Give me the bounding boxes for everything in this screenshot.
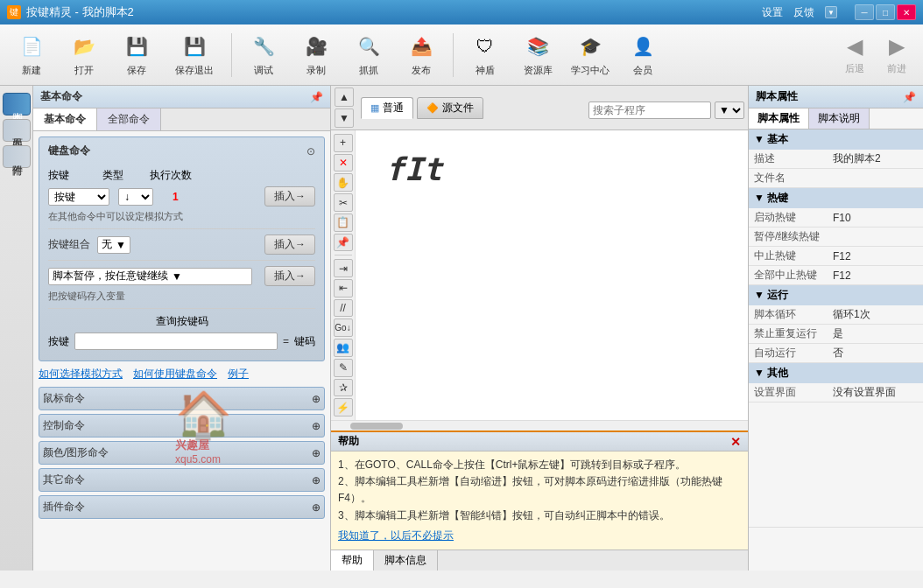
editor-tabs: ▲ ▼ ▦ 普通 🔶 源文件 ▼ [331,86,748,130]
help-dismiss-link[interactable]: 我知道了，以后不必提示 [338,529,454,542]
edit2-button[interactable]: ✎ [334,359,353,377]
shield-button[interactable]: 🛡 神盾 [461,29,510,81]
pin-icon[interactable]: 📌 [310,91,323,103]
back-label: 后退 [845,62,864,75]
maximize-button[interactable]: □ [876,4,895,20]
settings-menu[interactable]: 设置 [762,5,783,20]
keyboard-section-title: 键盘命令 [48,144,90,158]
help-dismiss-row: 我知道了，以后不必提示 [338,528,741,544]
forward-button[interactable]: ▶ 前进 [877,29,916,81]
pause-dropdown[interactable]: 脚本暂停，按任意键继续 ▼ [48,268,252,285]
window-controls: ─ □ ✕ [855,4,916,20]
close-button[interactable]: ✕ [897,4,916,20]
save-label: 保存 [127,64,146,77]
right-panel-pin[interactable]: 📌 [903,91,916,103]
right-tabs: 脚本属性 脚本说明 [749,108,923,130]
prop-pause-hotkey-value[interactable] [828,228,923,247]
keyboard-insert-button[interactable]: 插入→ [264,186,315,206]
sidebar-tab-ui[interactable]: 界面 [3,119,31,142]
minimize-button[interactable]: ─ [855,4,874,20]
combo-dropdown[interactable]: 无 ▼ [97,236,130,254]
color-section[interactable]: 颜色/图形命令 ⊕ [39,441,325,465]
magic-button[interactable]: ⚡ [334,398,353,416]
mouse-section[interactable]: 鼠标命令 ⊕ [39,387,325,410]
prop-description-value[interactable]: 我的脚本2 [828,150,923,169]
prop-setui-value[interactable]: 没有设置界面 [828,383,923,402]
prop-filename-row: 文件名 [749,169,923,188]
capture-button[interactable]: 🔍 抓抓 [344,29,393,81]
feedback-menu[interactable]: 反馈 [793,5,814,20]
add-line-button[interactable]: + [334,134,353,152]
nav-down-button[interactable]: ▼ [335,108,354,128]
prop-norepeat-value[interactable]: 是 [828,325,923,344]
mouse-label: 鼠标命令 [43,391,85,406]
combo-dropdown-icon: ▼ [116,239,126,251]
bottom-close-button[interactable]: ✕ [730,435,741,449]
bottom-tab-help[interactable]: 帮助 [331,550,374,570]
star-button[interactable]: ✰ [334,379,353,397]
indent-button[interactable]: ⇥ [334,259,353,277]
tab-normal[interactable]: ▦ 普通 [361,97,413,119]
keyboard-section-header[interactable]: 键盘命令 ⊙ [43,141,321,161]
sidebar-tab-script[interactable]: 脚本 [3,93,31,116]
forward-icon: ▶ [889,34,905,59]
tab-source[interactable]: 🔶 源文件 [417,97,483,119]
new-button[interactable]: 📄 新建 [7,29,56,81]
comment-button[interactable]: // [334,299,353,318]
prop-loop-value[interactable]: 循环1次 [828,305,923,325]
member-button[interactable]: 👤 会员 [618,29,667,81]
user-button[interactable]: 👥 [334,339,353,357]
prop-stop-hotkey-value[interactable]: F12 [828,247,923,266]
search-dropdown[interactable]: ▼ [715,102,744,119]
section-other-label: 其他 [767,367,788,379]
resources-button[interactable]: 📚 资源库 [513,29,562,81]
dedent-button[interactable]: ⇤ [334,279,353,298]
other-section[interactable]: 其它命令 ⊕ [39,468,325,492]
editor-area[interactable]: fIt [356,130,748,420]
window-dropdown[interactable]: ▼ [825,6,837,18]
paste-button[interactable]: 📌 [334,234,353,252]
save-icon: 💾 [123,32,151,60]
hand-button[interactable]: ✋ [334,173,353,192]
bottom-tab-info[interactable]: 脚本信息 [374,550,438,570]
nav-up-button[interactable]: ▲ [335,88,354,107]
prop-autorun-value[interactable]: 否 [828,344,923,363]
section-hotkey-icon: ▼ [754,192,767,204]
record-button[interactable]: 🎥 录制 [292,29,341,81]
subtab-basic[interactable]: 基本命令 [33,108,97,130]
delete-line-button[interactable]: ✕ [334,154,353,172]
goto-button[interactable]: Go↓ [334,318,353,337]
type-select[interactable]: ↓ [118,188,153,206]
right-tab-props[interactable]: 脚本属性 [749,108,809,129]
search-input[interactable] [588,102,711,119]
subtab-all[interactable]: 全部命令 [97,108,161,130]
combo-insert-button[interactable]: 插入→ [264,234,315,255]
prop-start-hotkey-value[interactable]: F10 [828,208,923,228]
copy-button[interactable]: 📋 [334,214,353,232]
prop-stopall-hotkey-value[interactable]: F12 [828,266,923,285]
open-button[interactable]: 📂 打开 [60,29,109,81]
save-button[interactable]: 💾 保存 [112,29,161,81]
plugin-section[interactable]: 插件命令 ⊕ [39,495,325,519]
key-box[interactable] [74,332,278,350]
key-select[interactable]: 按键 [48,188,109,206]
link-example[interactable]: 例子 [228,367,249,382]
prop-filename-value[interactable] [828,169,923,188]
h-scrollbar[interactable] [331,420,748,430]
learn-button[interactable]: 🎓 学习中心 [566,29,615,81]
section-other-header: ▼ 其他 [749,363,923,384]
mouse-expand-icon: ⊕ [312,393,321,405]
back-button[interactable]: ◀ 后退 [835,29,874,81]
debug-button[interactable]: 🔧 调试 [239,29,288,81]
right-tab-desc[interactable]: 脚本说明 [809,108,870,129]
link-keyboard[interactable]: 如何使用键盘命令 [133,367,217,382]
sidebar-tab-attach[interactable]: 附件 [3,145,31,168]
publish-button[interactable]: 📤 发布 [397,29,446,81]
cut-button[interactable]: ✂ [334,193,353,212]
type-col-label: 类型 [102,168,137,183]
control-section[interactable]: 控制命令 ⊕ [39,414,325,438]
save-exit-button[interactable]: 💾 保存退出 [165,29,224,81]
link-simulate[interactable]: 如何选择模拟方式 [39,367,123,382]
h-scrollbar-thumb[interactable] [350,423,403,430]
pause-insert-button[interactable]: 插入→ [264,266,315,286]
